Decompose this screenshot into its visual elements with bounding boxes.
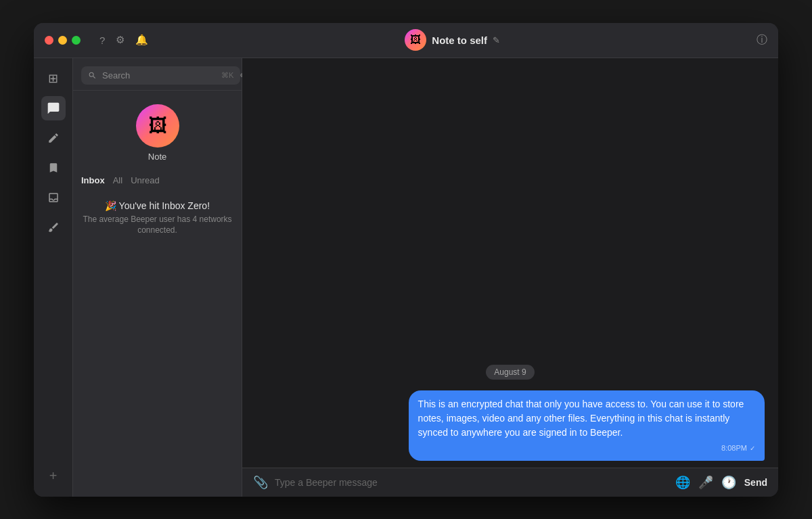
sidebar-icon-chat[interactable] <box>41 96 66 120</box>
note-avatar: 🖼 <box>136 104 179 148</box>
inbox-zero-sub: The average Beeper user has 4 networks c… <box>81 214 233 237</box>
message-bubble: This is an encrypted chat that only you … <box>409 390 765 461</box>
tab-unread[interactable]: Unread <box>131 175 160 185</box>
minimize-button[interactable] <box>58 36 67 45</box>
input-bar: 📎 🌐 🎤 🕐 Send <box>242 468 778 497</box>
titlebar: ? ⚙ 🔔 🖼 Note to self ✎ ⓘ <box>34 23 778 58</box>
sidebar-icon-inbox[interactable] <box>41 185 66 210</box>
app-window: ? ⚙ 🔔 🖼 Note to self ✎ ⓘ ⊞ <box>34 23 778 497</box>
search-bar[interactable]: ⌘K <box>81 66 240 85</box>
sticker-icon[interactable]: 🌐 <box>675 475 690 490</box>
inbox-tabs: Inbox All Unread <box>73 170 242 189</box>
note-avatar-section: 🖼 Note <box>73 91 242 170</box>
edit-icon[interactable]: ✎ <box>493 35 500 45</box>
titlebar-center: 🖼 Note to self ✎ <box>148 29 757 51</box>
message-meta: 8:08PM ✓ <box>418 443 755 454</box>
message-row: This is an encrypted chat that only you … <box>256 390 765 461</box>
titlebar-left-icons: ? ⚙ 🔔 <box>99 34 148 46</box>
info-icon[interactable]: ⓘ <box>757 33 767 47</box>
inbox-zero-title: 🎉 You've hit Inbox Zero! <box>81 200 233 211</box>
bell-icon[interactable]: 🔔 <box>135 34 148 46</box>
chat-list-header: ⌘K ✏ <box>73 58 242 91</box>
messages-area: August 9 This is an encrypted chat that … <box>242 58 778 468</box>
maximize-button[interactable] <box>72 36 81 45</box>
check-icon: ✓ <box>750 443 755 453</box>
tab-inbox[interactable]: Inbox <box>81 175 105 185</box>
inbox-zero: 🎉 You've hit Inbox Zero! The average Bee… <box>73 189 242 248</box>
main-content: ⊞ <box>34 58 778 497</box>
chat-area: August 9 This is an encrypted chat that … <box>242 58 778 497</box>
search-shortcut: ⌘K <box>221 71 233 80</box>
sidebar-icon-layers[interactable]: ⊞ <box>41 66 66 91</box>
message-text: This is an encrypted chat that only you … <box>418 399 744 438</box>
chat-header-title: Note to self <box>432 35 487 46</box>
traffic-lights <box>45 36 81 45</box>
message-time: 8:08PM <box>721 443 747 454</box>
far-sidebar: ⊞ <box>34 58 73 497</box>
message-input[interactable] <box>275 477 669 488</box>
note-label: Note <box>148 152 166 162</box>
close-button[interactable] <box>45 36 53 45</box>
search-input[interactable] <box>102 70 216 81</box>
search-row: ⌘K ✏ <box>81 66 233 85</box>
date-label: August 9 <box>486 365 534 380</box>
add-network-button[interactable]: + <box>41 464 66 489</box>
date-divider: August 9 <box>256 365 765 380</box>
input-actions: 🌐 🎤 🕐 Send <box>675 475 767 490</box>
send-button[interactable]: Send <box>744 477 767 488</box>
search-icon <box>88 71 97 80</box>
sidebar-icon-pen[interactable] <box>41 126 66 150</box>
clock-icon[interactable]: 🕐 <box>721 475 736 490</box>
sidebar-icon-feather[interactable] <box>41 215 66 240</box>
chat-avatar-header: 🖼 <box>405 29 426 51</box>
help-icon[interactable]: ? <box>99 35 105 46</box>
mic-icon[interactable]: 🎤 <box>698 475 713 490</box>
chat-list-panel: ⌘K ✏ 🖼 Note Inbox All Unread 🎉 You've hi… <box>73 58 242 497</box>
attach-icon[interactable]: 📎 <box>253 475 268 490</box>
sidebar-icon-bookmark[interactable] <box>41 156 66 180</box>
settings-icon[interactable]: ⚙ <box>116 34 125 46</box>
tab-all[interactable]: All <box>113 175 122 185</box>
